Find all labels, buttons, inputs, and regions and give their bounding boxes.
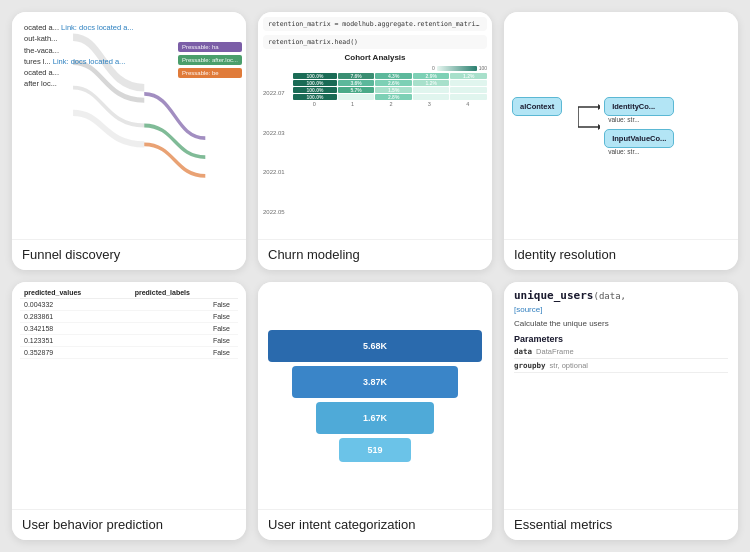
col-header-predicted-labels: predicted_labels [131,287,238,299]
xlabel-3: 3 [428,101,431,107]
cell-3-2: 5.7% [338,87,375,93]
behavior-preview: predicted_values predicted_labels 0.0043… [12,282,246,509]
col-header-predicted-values: predicted_values [20,287,131,299]
cell-1-1: 100.0% [293,73,337,79]
card-behavior-prediction: predicted_values predicted_labels 0.0043… [12,282,246,540]
heatmap-row-2: 100.0% 3.6% 2.6% 1.2% [293,80,487,86]
funnel-item-6: after loc... [20,78,238,89]
funnel-item-5: ocated a... [20,67,238,78]
intent-bar-3: 1.67K [316,402,434,434]
table-row: 0.342158 False [20,323,238,335]
card-funnel-label: Funnel discovery [12,239,246,270]
churn-code-2: retention_matrix.head() [263,35,487,49]
cell-3-4 [413,87,450,93]
val-5: 0.352879 [20,347,131,359]
cell-1-2: 7.6% [338,73,375,79]
churn-chart-title: Cohort Analysis [263,53,487,62]
val-1: 0.004332 [20,299,131,311]
cell-1-5: 1.2% [450,73,487,79]
cell-3-5 [450,87,487,93]
svg-marker-3 [598,104,600,110]
cell-1-4: 2.9% [413,73,450,79]
cell-2-5 [450,80,487,86]
metrics-preview: unique_users(data, [source] Calculate th… [504,282,738,509]
label-5: False [131,347,238,359]
intent-preview: 5.68K 3.87K 1.67K 519 [258,282,492,509]
table-row: 0.352879 False [20,347,238,359]
cell-1-3: 4.3% [375,73,412,79]
param-type-1: DataFrame [536,347,574,356]
heatmap-ylabels: 2022.07 2022.03 2022.01 2022.05 [263,73,291,234]
cell-4-4 [413,94,450,100]
cell-2-3: 2.6% [375,80,412,86]
metrics-fn-name: unique_users [514,289,593,302]
identity-arrow-svg-1 [578,97,600,137]
cell-4-1: 100.0% [293,94,337,100]
card-churn-label: Churn modeling [258,239,492,270]
metrics-param-1: data DataFrame [514,347,728,359]
metrics-fn-args: (data, [593,291,626,301]
card-behavior-label: User behavior prediction [12,509,246,540]
card-identity-resolution: alContext IdentityCo... value: str... In… [504,12,738,270]
cell-3-1: 100.0% [293,87,337,93]
behavior-table: predicted_values predicted_labels 0.0043… [20,287,238,359]
cell-4-3: 2.8% [375,94,412,100]
card-essential-metrics: unique_users(data, [source] Calculate th… [504,282,738,540]
card-churn-modeling: retention_matrix = modelhub.aggregate.re… [258,12,492,270]
table-row: 0.004332 False [20,299,238,311]
param-name-1: data [514,347,532,356]
funnel-item-1: ocated a... Link: docs located a... [20,22,238,33]
card-funnel-discovery: ocated a... Link: docs located a... out-… [12,12,246,270]
metrics-description: Calculate the unique users [514,318,728,329]
xlabel-1: 1 [351,101,354,107]
intent-bar-2: 3.87K [292,366,459,398]
svg-marker-4 [598,124,600,130]
card-identity-label: Identity resolution [504,239,738,270]
intent-funnel-bars: 5.68K 3.87K 1.67K 519 [268,330,482,462]
xlabel-0: 0 [313,101,316,107]
identity-preview: alContext IdentityCo... value: str... In… [504,12,738,239]
table-row: 0.283861 False [20,311,238,323]
identity-value-node-2: InputValueCo... value: str... [604,129,674,155]
card-metrics-label: Essential metrics [504,509,738,540]
funnel-item-4: tures l... Link: docs located a... [20,56,238,67]
identity-node-group-1: alContext IdentityCo... value: str... In… [512,97,730,155]
heatmap-row-3: 100.0% 5.7% 1.5% [293,87,487,93]
table-row: 0.123351 False [20,335,238,347]
param-type-2: str, optional [550,361,588,370]
ylabel-3: 2022.01 [263,169,291,175]
metrics-params-title: Parameters [514,334,728,344]
card-user-intent: 5.68K 3.87K 1.67K 519 User intent catego… [258,282,492,540]
param-name-2: groupby [514,361,546,370]
xlabel-2: 2 [389,101,392,107]
label-2: False [131,311,238,323]
cell-3-3: 1.5% [375,87,412,93]
heatmap-row-4: 100.0% 2.8% [293,94,487,100]
metrics-function-signature: unique_users(data, [514,289,728,302]
metrics-param-2: groupby str, optional [514,361,728,373]
identity-context-node: alContext [512,97,562,116]
card-intent-label: User intent categorization [258,509,492,540]
label-3: False [131,323,238,335]
funnel-preview: ocated a... Link: docs located a... out-… [12,12,246,239]
intent-bar-4: 519 [339,438,412,462]
cell-4-5 [450,94,487,100]
identity-value-node-1: IdentityCo... value: str... [604,97,674,123]
metrics-source-link[interactable]: [source] [514,305,728,314]
ylabel-2: 2022.03 [263,130,291,136]
intent-bar-1: 5.68K [268,330,482,362]
churn-preview: retention_matrix = modelhub.aggregate.re… [258,12,492,239]
val-2: 0.283861 [20,311,131,323]
cell-4-2 [338,94,375,100]
heatmap-row-1: 100.0% 7.6% 4.3% 2.9% 1.2% [293,73,487,79]
label-4: False [131,335,238,347]
funnel-item-2: out-kath... [20,33,238,44]
ylabel-1: 2022.07 [263,90,291,96]
cell-2-1: 100.0% [293,80,337,86]
churn-code-1: retention_matrix = modelhub.aggregate.re… [263,17,487,31]
funnel-item-3: the-vaca... [20,45,238,56]
ylabel-4: 2022.05 [263,209,291,215]
val-4: 0.123351 [20,335,131,347]
val-3: 0.342158 [20,323,131,335]
label-1: False [131,299,238,311]
